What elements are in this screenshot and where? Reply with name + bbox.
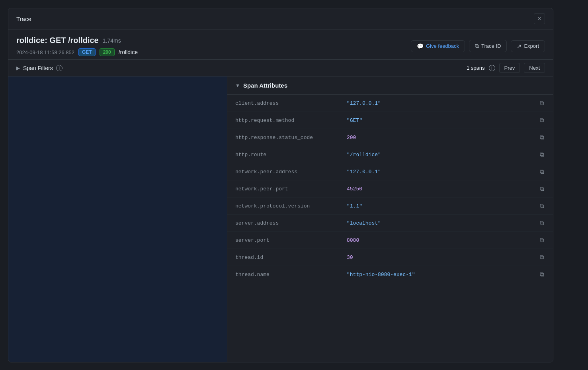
copy-icon: ⧉	[540, 219, 544, 227]
attr-key: network.peer.address	[235, 169, 347, 175]
copy-value-button[interactable]: ⧉	[539, 133, 545, 142]
copy-value-button[interactable]: ⧉	[539, 184, 545, 193]
attr-key: network.protocol.version	[235, 203, 347, 209]
table-row: network.peer.address"127.0.0.1"⧉	[227, 163, 553, 180]
table-row: http.request.method"GET"⧉	[227, 112, 553, 129]
table-row: network.peer.port45250⧉	[227, 180, 553, 198]
copy-icon: ⧉	[540, 202, 544, 209]
attr-key: thread.name	[235, 272, 347, 278]
trace-id-button[interactable]: ⧉ Trace ID	[469, 40, 507, 52]
modal-title: Trace	[16, 16, 31, 22]
modal-header: Trace ×	[8, 8, 553, 29]
copy-value-button[interactable]: ⧉	[539, 253, 545, 262]
trace-timestamp: 2024-09-18 11:58:26.852	[16, 49, 74, 55]
right-panel: ▼ Span Attributes client.address"127.0.0…	[227, 76, 553, 362]
attr-value: 200	[347, 135, 539, 141]
span-filter-right: 1 spans i Prev Next	[467, 63, 545, 73]
table-row: client.address"127.0.0.1"⧉	[227, 95, 553, 112]
copy-value-button[interactable]: ⧉	[539, 236, 545, 245]
attr-value: "http-nio-8080-exec-1"	[347, 272, 539, 278]
table-row: network.protocol.version"1.1"⧉	[227, 198, 553, 215]
trace-path: /rolldice	[119, 49, 138, 55]
export-icon: ↗	[517, 43, 522, 49]
attr-value: 8080	[347, 237, 539, 243]
span-filter-left: ▶ Span Filters i	[16, 65, 63, 71]
prev-button[interactable]: Prev	[499, 63, 520, 73]
span-attrs-title: Span Attributes	[243, 82, 287, 89]
attr-value: 30	[347, 254, 539, 260]
collapse-icon: ▼	[235, 83, 240, 88]
trace-meta-row: 2024-09-18 11:58:26.852 GET 200 /rolldic…	[16, 48, 138, 56]
span-filter-label: Span Filters	[23, 65, 53, 71]
copy-icon: ⧉	[540, 100, 544, 107]
copy-value-button[interactable]: ⧉	[539, 270, 545, 279]
table-row: server.address"localhost"⧉	[227, 215, 553, 232]
chat-icon: 💬	[417, 43, 424, 49]
copy-value-button[interactable]: ⧉	[539, 219, 545, 227]
copy-value-button[interactable]: ⧉	[539, 150, 545, 159]
copy-icon: ⧉	[540, 254, 544, 261]
copy-icon: ⧉	[540, 237, 544, 244]
copy-icon: ⧉	[540, 271, 544, 278]
copy-value-button[interactable]: ⧉	[539, 202, 545, 210]
copy-icon: ⧉	[540, 117, 544, 124]
attr-key: thread.id	[235, 254, 347, 260]
attr-value: "/rolldice"	[347, 152, 539, 158]
table-row: http.response.status_code200⧉	[227, 129, 553, 146]
trace-id-label: Trace ID	[481, 43, 501, 49]
attr-value: "1.1"	[347, 203, 539, 209]
copy-page-icon: ⧉	[475, 43, 479, 49]
copy-value-button[interactable]: ⧉	[539, 167, 545, 176]
trace-info-bar: rolldice: GET /rolldice 1.74ms 2024-09-1…	[8, 29, 553, 59]
export-button[interactable]: ↗ Export	[511, 40, 545, 52]
copy-icon: ⧉	[540, 134, 544, 141]
attr-key: client.address	[235, 100, 347, 106]
span-attrs-header: ▼ Span Attributes	[227, 76, 553, 95]
attr-key: http.route	[235, 152, 347, 158]
main-content: ▼ Span Attributes client.address"127.0.0…	[8, 76, 553, 362]
attr-key: server.address	[235, 220, 347, 226]
left-panel	[8, 76, 227, 362]
span-filter-info-icon: i	[56, 65, 63, 71]
copy-icon: ⧉	[540, 168, 544, 175]
trace-modal: Trace × rolldice: GET /rolldice 1.74ms 2…	[8, 8, 553, 362]
feedback-label: Give feedback	[426, 43, 459, 49]
trace-left: rolldice: GET /rolldice 1.74ms 2024-09-1…	[16, 36, 138, 56]
table-row: thread.id30⧉	[227, 249, 553, 266]
trace-title-row: rolldice: GET /rolldice 1.74ms	[16, 36, 138, 45]
attr-value: "GET"	[347, 117, 539, 123]
table-row: thread.name"http-nio-8080-exec-1"⧉	[227, 266, 553, 283]
attr-value: 45250	[347, 186, 539, 192]
attr-value: "127.0.0.1"	[347, 169, 539, 175]
chevron-right-icon: ▶	[16, 65, 20, 71]
method-badge: GET	[78, 48, 96, 56]
spans-count: 1 spans	[467, 65, 485, 71]
attr-key: http.response.status_code	[235, 135, 347, 141]
trace-name: rolldice: GET /rolldice	[16, 36, 99, 45]
table-row: http.route"/rolldice"⧉	[227, 146, 553, 163]
trace-duration: 1.74ms	[103, 37, 121, 44]
copy-icon: ⧉	[540, 185, 544, 192]
copy-value-button[interactable]: ⧉	[539, 99, 545, 108]
attr-key: server.port	[235, 237, 347, 243]
close-button[interactable]: ×	[534, 13, 545, 24]
attrs-table: client.address"127.0.0.1"⧉http.request.m…	[227, 95, 553, 362]
table-row: server.port8080⧉	[227, 232, 553, 249]
attr-key: http.request.method	[235, 117, 347, 123]
attr-key: network.peer.port	[235, 186, 347, 192]
export-label: Export	[524, 43, 539, 49]
copy-value-button[interactable]: ⧉	[539, 116, 545, 125]
copy-icon: ⧉	[540, 151, 544, 158]
feedback-button[interactable]: 💬 Give feedback	[411, 40, 465, 52]
spans-count-info-icon: i	[489, 65, 495, 71]
next-button[interactable]: Next	[524, 63, 545, 73]
status-badge: 200	[100, 48, 115, 56]
attr-value: "127.0.0.1"	[347, 100, 539, 106]
trace-actions: 💬 Give feedback ⧉ Trace ID ↗ Export	[411, 40, 545, 52]
attr-value: "localhost"	[347, 220, 539, 226]
span-filter-bar: ▶ Span Filters i 1 spans i Prev Next	[8, 59, 553, 76]
